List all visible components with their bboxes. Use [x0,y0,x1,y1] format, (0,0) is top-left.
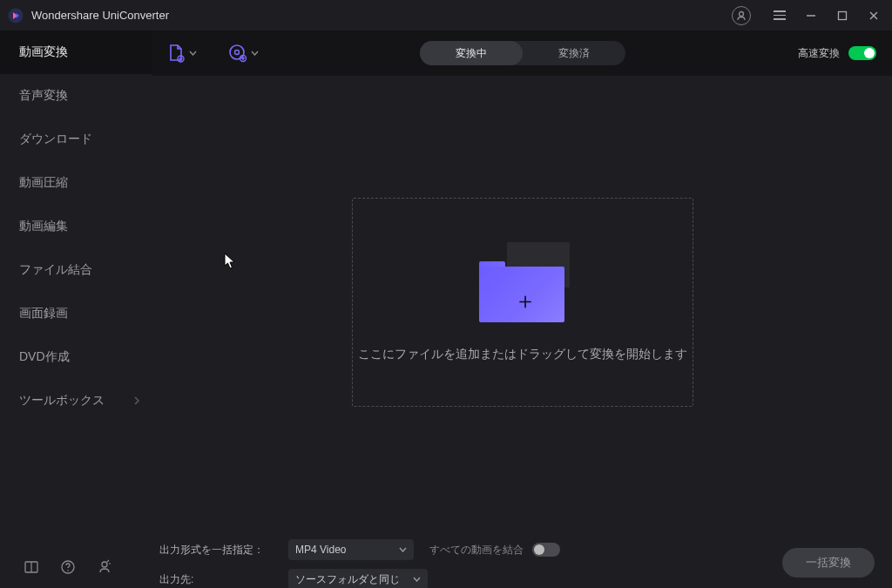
svg-rect-3 [839,11,847,19]
svg-point-9 [67,570,69,571]
sidebar-item-record[interactable]: 画面録画 [0,292,152,335]
add-disc-icon [228,44,247,63]
drop-area: ＋ ここにファイルを追加またはドラッグして変換を開始します [152,76,892,529]
sidebar-item-dvd[interactable]: DVD作成 [0,335,152,379]
convert-all-button[interactable]: 一括変換 [782,548,875,578]
merge-all-label: すべての動画を結合 [429,543,524,558]
output-format-value: MP4 Video [295,544,346,556]
sidebar-item-audio-convert[interactable]: 音声変換 [0,74,152,118]
sidebar-item-label: DVD作成 [19,349,70,365]
output-dest-select[interactable]: ソースフォルダと同じ [288,569,428,588]
svg-point-15 [235,51,240,55]
output-dest-value: ソースフォルダと同じ [295,572,400,587]
tab-converting[interactable]: 変換中 [420,41,523,65]
convert-all-label: 一括変換 [806,555,851,571]
svg-point-1 [740,11,744,16]
menu-icon[interactable] [772,8,787,24]
chevron-down-icon [189,51,197,56]
sidebar-item-label: ツールボックス [19,393,105,409]
sidebar-item-video-convert[interactable]: 動画変換 [0,30,152,74]
conversion-tabs: 変換中 変換済 [420,41,625,65]
high-speed-label: 高速変換 [798,46,840,61]
drop-zone[interactable]: ＋ ここにファイルを追加またはドラッグして変換を開始します [352,198,693,407]
add-file-icon [166,44,186,63]
sidebar-item-download[interactable]: ダウンロード [0,118,152,161]
feedback-icon[interactable] [96,558,113,576]
tutorial-icon[interactable] [23,558,40,576]
sidebar-bottom-actions [0,546,152,588]
sidebar-item-label: 動画編集 [19,219,68,234]
sidebar-item-label: 音声変換 [19,88,68,104]
chevron-down-icon [399,547,407,552]
add-disc-button[interactable] [228,44,259,63]
drop-instruction: ここにファイルを追加またはドラッグして変換を開始します [358,347,687,362]
sidebar-item-toolbox[interactable]: ツールボックス [0,379,152,422]
content-area: 変換中 変換済 高速変換 ＋ ここにファイルを追加またはドラッグして変換を開始し… [152,30,892,588]
merge-all-toggle[interactable] [532,543,560,557]
tab-converted[interactable]: 変換済 [523,46,625,61]
top-bar: 変換中 変換済 高速変換 [152,30,892,76]
add-folder-icon: ＋ [479,242,566,321]
svg-point-10 [102,562,107,567]
svg-point-14 [230,45,244,59]
window-controls [732,6,882,25]
output-format-select[interactable]: MP4 Video [288,539,414,560]
minimize-button[interactable] [803,8,819,24]
sidebar-item-compress[interactable]: 動画圧縮 [0,161,152,205]
chevron-down-icon [413,577,421,582]
chevron-right-icon [133,396,140,405]
maximize-button[interactable] [835,8,850,24]
app-logo-icon [7,7,24,24]
title-bar: Wondershare UniConverter [0,0,892,30]
output-dest-label: 出力先: [159,572,273,587]
sidebar-item-merge[interactable]: ファイル結合 [0,248,152,292]
output-format-label: 出力形式を一括指定： [159,543,273,558]
sidebar-item-edit[interactable]: 動画編集 [0,205,152,248]
bottom-bar: 出力形式を一括指定： MP4 Video すべての動画を結合 出力先: [152,529,892,588]
account-icon[interactable] [732,6,751,25]
help-icon[interactable] [59,558,77,576]
sidebar-item-label: 動画圧縮 [19,175,68,191]
close-button[interactable] [866,8,882,24]
chevron-down-icon [251,51,259,56]
sidebar-item-label: 画面録画 [19,306,68,321]
add-file-button[interactable] [166,44,197,63]
sidebar-item-label: 動画変換 [19,44,68,60]
app-title: Wondershare UniConverter [31,9,732,22]
sidebar: 動画変換 音声変換 ダウンロード 動画圧縮 動画編集 ファイル結合 画面録画 D… [0,30,152,588]
sidebar-item-label: ダウンロード [19,132,92,147]
high-speed-toggle[interactable] [848,46,876,60]
sidebar-item-label: ファイル結合 [19,262,92,278]
